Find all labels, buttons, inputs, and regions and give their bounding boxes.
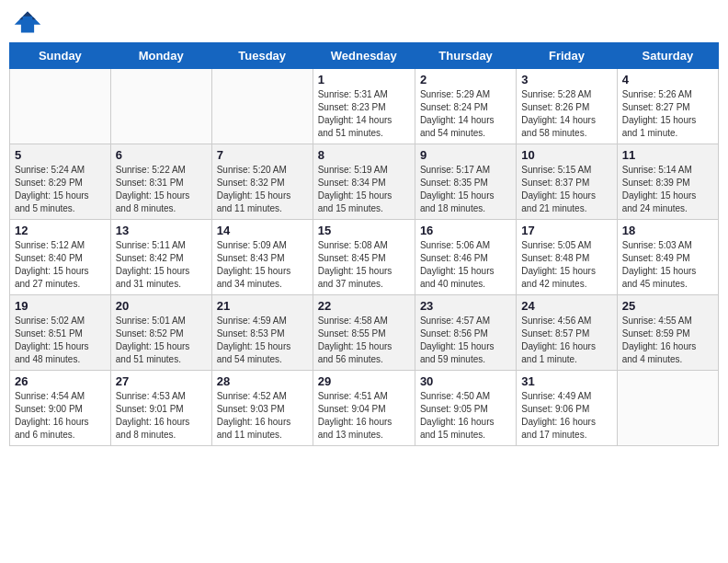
day-cell: 6Sunrise: 5:22 AM Sunset: 8:31 PM Daylig… bbox=[110, 144, 211, 220]
day-info: Sunrise: 5:26 AM Sunset: 8:27 PM Dayligh… bbox=[622, 88, 713, 140]
week-row-1: 1Sunrise: 5:31 AM Sunset: 8:23 PM Daylig… bbox=[10, 69, 719, 144]
calendar-table: SundayMondayTuesdayWednesdayThursdayFrid… bbox=[9, 42, 719, 446]
week-row-5: 26Sunrise: 4:54 AM Sunset: 9:00 PM Dayli… bbox=[10, 371, 719, 446]
day-info: Sunrise: 5:06 AM Sunset: 8:46 PM Dayligh… bbox=[420, 239, 511, 291]
weekday-header-tuesday: Tuesday bbox=[211, 43, 313, 69]
day-cell: 27Sunrise: 4:53 AM Sunset: 9:01 PM Dayli… bbox=[110, 371, 211, 446]
day-info: Sunrise: 5:14 AM Sunset: 8:39 PM Dayligh… bbox=[622, 164, 713, 215]
day-number: 9 bbox=[420, 148, 511, 162]
day-number: 25 bbox=[622, 299, 713, 313]
day-number: 30 bbox=[420, 374, 511, 388]
weekday-header-friday: Friday bbox=[517, 43, 617, 69]
day-info: Sunrise: 5:17 AM Sunset: 8:35 PM Dayligh… bbox=[420, 164, 511, 215]
day-cell: 30Sunrise: 4:50 AM Sunset: 9:05 PM Dayli… bbox=[415, 371, 516, 446]
logo-icon bbox=[13, 9, 42, 35]
day-number: 27 bbox=[116, 374, 207, 388]
day-number: 23 bbox=[420, 299, 511, 313]
day-number: 10 bbox=[521, 148, 611, 162]
day-info: Sunrise: 5:03 AM Sunset: 8:49 PM Dayligh… bbox=[622, 239, 713, 291]
logo bbox=[13, 9, 46, 35]
day-cell: 11Sunrise: 5:14 AM Sunset: 8:39 PM Dayli… bbox=[617, 144, 718, 220]
day-info: Sunrise: 5:12 AM Sunset: 8:40 PM Dayligh… bbox=[15, 239, 106, 291]
day-info: Sunrise: 4:58 AM Sunset: 8:55 PM Dayligh… bbox=[318, 315, 410, 366]
day-cell: 7Sunrise: 5:20 AM Sunset: 8:32 PM Daylig… bbox=[211, 144, 313, 220]
day-cell: 23Sunrise: 4:57 AM Sunset: 8:56 PM Dayli… bbox=[415, 295, 516, 371]
day-number: 5 bbox=[15, 148, 106, 162]
day-cell bbox=[110, 69, 211, 144]
weekday-header-sunday: Sunday bbox=[10, 43, 111, 69]
day-number: 19 bbox=[15, 299, 106, 313]
day-info: Sunrise: 5:01 AM Sunset: 8:52 PM Dayligh… bbox=[116, 315, 207, 366]
day-info: Sunrise: 5:29 AM Sunset: 8:24 PM Dayligh… bbox=[420, 88, 511, 140]
day-number: 6 bbox=[116, 148, 207, 162]
day-number: 12 bbox=[15, 224, 106, 237]
day-number: 1 bbox=[318, 73, 410, 86]
day-info: Sunrise: 4:57 AM Sunset: 8:56 PM Dayligh… bbox=[420, 315, 511, 366]
day-info: Sunrise: 4:54 AM Sunset: 9:00 PM Dayligh… bbox=[15, 390, 106, 442]
weekday-header-monday: Monday bbox=[110, 43, 211, 69]
day-number: 28 bbox=[217, 374, 308, 388]
day-cell: 14Sunrise: 5:09 AM Sunset: 8:43 PM Dayli… bbox=[211, 220, 313, 295]
day-number: 29 bbox=[318, 374, 410, 388]
page-header bbox=[9, 9, 719, 35]
day-info: Sunrise: 5:28 AM Sunset: 8:26 PM Dayligh… bbox=[521, 88, 611, 140]
day-cell: 12Sunrise: 5:12 AM Sunset: 8:40 PM Dayli… bbox=[10, 220, 111, 295]
day-number: 14 bbox=[217, 224, 308, 237]
day-cell: 22Sunrise: 4:58 AM Sunset: 8:55 PM Dayli… bbox=[313, 295, 415, 371]
day-cell: 20Sunrise: 5:01 AM Sunset: 8:52 PM Dayli… bbox=[110, 295, 211, 371]
day-info: Sunrise: 4:59 AM Sunset: 8:53 PM Dayligh… bbox=[217, 315, 308, 366]
day-info: Sunrise: 5:02 AM Sunset: 8:51 PM Dayligh… bbox=[15, 315, 106, 366]
day-info: Sunrise: 5:19 AM Sunset: 8:34 PM Dayligh… bbox=[318, 164, 410, 215]
day-cell: 2Sunrise: 5:29 AM Sunset: 8:24 PM Daylig… bbox=[415, 69, 516, 144]
day-info: Sunrise: 4:51 AM Sunset: 9:04 PM Dayligh… bbox=[318, 390, 410, 442]
day-cell: 10Sunrise: 5:15 AM Sunset: 8:37 PM Dayli… bbox=[517, 144, 617, 220]
day-number: 8 bbox=[318, 148, 410, 162]
week-row-3: 12Sunrise: 5:12 AM Sunset: 8:40 PM Dayli… bbox=[10, 220, 719, 295]
day-number: 20 bbox=[116, 299, 207, 313]
day-number: 2 bbox=[420, 73, 511, 86]
day-cell: 24Sunrise: 4:56 AM Sunset: 8:57 PM Dayli… bbox=[517, 295, 617, 371]
day-info: Sunrise: 5:20 AM Sunset: 8:32 PM Dayligh… bbox=[217, 164, 308, 215]
day-cell: 16Sunrise: 5:06 AM Sunset: 8:46 PM Dayli… bbox=[415, 220, 516, 295]
day-info: Sunrise: 5:15 AM Sunset: 8:37 PM Dayligh… bbox=[521, 164, 611, 215]
day-cell bbox=[10, 69, 111, 144]
day-cell: 31Sunrise: 4:49 AM Sunset: 9:06 PM Dayli… bbox=[517, 371, 617, 446]
day-cell: 18Sunrise: 5:03 AM Sunset: 8:49 PM Dayli… bbox=[617, 220, 718, 295]
day-info: Sunrise: 5:09 AM Sunset: 8:43 PM Dayligh… bbox=[217, 239, 308, 291]
weekday-header-row: SundayMondayTuesdayWednesdayThursdayFrid… bbox=[10, 43, 719, 69]
day-info: Sunrise: 4:49 AM Sunset: 9:06 PM Dayligh… bbox=[521, 390, 611, 442]
day-cell: 28Sunrise: 4:52 AM Sunset: 9:03 PM Dayli… bbox=[211, 371, 313, 446]
day-cell: 19Sunrise: 5:02 AM Sunset: 8:51 PM Dayli… bbox=[10, 295, 111, 371]
day-cell bbox=[211, 69, 313, 144]
day-info: Sunrise: 5:24 AM Sunset: 8:29 PM Dayligh… bbox=[15, 164, 106, 215]
day-cell: 26Sunrise: 4:54 AM Sunset: 9:00 PM Dayli… bbox=[10, 371, 111, 446]
week-row-2: 5Sunrise: 5:24 AM Sunset: 8:29 PM Daylig… bbox=[10, 144, 719, 220]
day-cell: 8Sunrise: 5:19 AM Sunset: 8:34 PM Daylig… bbox=[313, 144, 415, 220]
day-number: 24 bbox=[521, 299, 611, 313]
day-cell: 9Sunrise: 5:17 AM Sunset: 8:35 PM Daylig… bbox=[415, 144, 516, 220]
day-number: 15 bbox=[318, 224, 410, 237]
day-cell: 25Sunrise: 4:55 AM Sunset: 8:59 PM Dayli… bbox=[617, 295, 718, 371]
day-cell: 13Sunrise: 5:11 AM Sunset: 8:42 PM Dayli… bbox=[110, 220, 211, 295]
day-number: 3 bbox=[521, 73, 611, 86]
day-info: Sunrise: 5:08 AM Sunset: 8:45 PM Dayligh… bbox=[318, 239, 410, 291]
day-number: 11 bbox=[622, 148, 713, 162]
day-number: 4 bbox=[622, 73, 713, 86]
weekday-header-saturday: Saturday bbox=[617, 43, 718, 69]
day-number: 22 bbox=[318, 299, 410, 313]
day-cell: 17Sunrise: 5:05 AM Sunset: 8:48 PM Dayli… bbox=[517, 220, 617, 295]
weekday-header-thursday: Thursday bbox=[415, 43, 516, 69]
day-cell: 5Sunrise: 5:24 AM Sunset: 8:29 PM Daylig… bbox=[10, 144, 111, 220]
day-info: Sunrise: 4:55 AM Sunset: 8:59 PM Dayligh… bbox=[622, 315, 713, 366]
week-row-4: 19Sunrise: 5:02 AM Sunset: 8:51 PM Dayli… bbox=[10, 295, 719, 371]
day-cell bbox=[617, 371, 718, 446]
day-info: Sunrise: 5:31 AM Sunset: 8:23 PM Dayligh… bbox=[318, 88, 410, 140]
day-number: 7 bbox=[217, 148, 308, 162]
day-info: Sunrise: 4:50 AM Sunset: 9:05 PM Dayligh… bbox=[420, 390, 511, 442]
day-info: Sunrise: 5:22 AM Sunset: 8:31 PM Dayligh… bbox=[116, 164, 207, 215]
day-cell: 3Sunrise: 5:28 AM Sunset: 8:26 PM Daylig… bbox=[517, 69, 617, 144]
day-info: Sunrise: 4:53 AM Sunset: 9:01 PM Dayligh… bbox=[116, 390, 207, 442]
day-cell: 1Sunrise: 5:31 AM Sunset: 8:23 PM Daylig… bbox=[313, 69, 415, 144]
day-info: Sunrise: 4:56 AM Sunset: 8:57 PM Dayligh… bbox=[521, 315, 611, 366]
day-cell: 29Sunrise: 4:51 AM Sunset: 9:04 PM Dayli… bbox=[313, 371, 415, 446]
